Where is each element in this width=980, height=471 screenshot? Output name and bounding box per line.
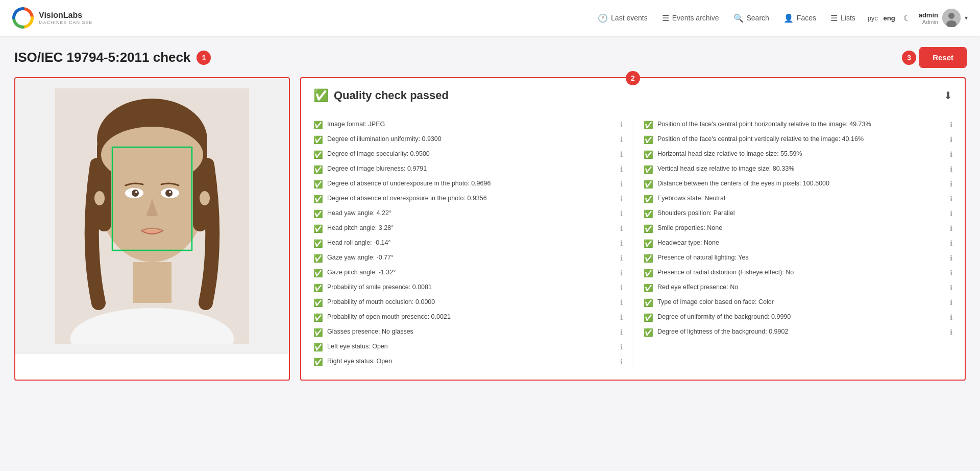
metric-info-icon[interactable]: ℹ [950, 209, 952, 218]
metric-row: ✅ Position of the face's central point h… [644, 117, 952, 132]
metric-info-icon[interactable]: ℹ [620, 150, 623, 158]
metric-check-icon: ✅ [313, 195, 323, 204]
metric-check-icon: ✅ [313, 269, 323, 278]
metric-info-icon[interactable]: ℹ [620, 269, 623, 277]
metric-check-icon: ✅ [644, 313, 653, 322]
metric-info-icon[interactable]: ℹ [950, 121, 952, 129]
metric-item: ✅ Degree of absence of overexposure in t… [313, 194, 616, 204]
face-image-container [15, 78, 289, 354]
metric-info-icon[interactable]: ℹ [950, 239, 952, 247]
metric-row: ✅ Left eye status: Open ℹ [313, 340, 623, 355]
svg-point-14 [135, 191, 137, 193]
metric-item: ✅ Probability of mouth occlusion: 0.0000 [313, 298, 616, 308]
metric-info-icon[interactable]: ℹ [950, 328, 952, 336]
metric-row: ✅ Red eye effect presence: No ℹ [644, 280, 952, 295]
nav-last-events[interactable]: 🕐 Last events [598, 13, 648, 23]
metric-check-icon: ✅ [644, 165, 653, 174]
metric-text: Head roll angle: -0.14° [327, 239, 391, 248]
metric-info-icon[interactable]: ℹ [620, 254, 623, 262]
metric-info-icon[interactable]: ℹ [620, 284, 623, 292]
image-panel: Number of detected faces: 1 [14, 77, 290, 381]
metric-row: ✅ Degree of absence of underexposure in … [313, 177, 623, 192]
metric-info-icon[interactable]: ℹ [950, 298, 952, 307]
metric-item: ✅ Presence of radial distortion (Fisheye… [644, 268, 946, 278]
metric-check-icon: ✅ [313, 284, 323, 293]
metric-info-icon[interactable]: ℹ [620, 180, 623, 188]
metric-info-icon[interactable]: ℹ [620, 209, 623, 218]
quality-panel: 2 ✅ Quality check passed ⬇ ✅ Image forma… [300, 77, 966, 381]
metric-info-icon[interactable]: ℹ [620, 224, 623, 232]
metric-item: ✅ Head pitch angle: 3.28° [313, 224, 616, 233]
metric-check-icon: ✅ [644, 269, 653, 278]
metric-item: ✅ Image format: JPEG [313, 120, 616, 130]
metric-info-icon[interactable]: ℹ [950, 195, 952, 203]
metric-info-icon[interactable]: ℹ [950, 284, 952, 292]
page-content: ISO/IEC 19794-5:2011 check 1 3 Reset Num… [0, 36, 980, 393]
metric-row: ✅ Vertical head size relative to image s… [644, 162, 952, 177]
metric-info-icon[interactable]: ℹ [950, 165, 952, 173]
metric-row: ✅ Degree of image specularity: 0.9500 ℹ [313, 147, 623, 162]
metric-text: Vertical head size relative to image siz… [657, 164, 794, 174]
metric-item: ✅ Shoulders position: Parallel [644, 209, 946, 219]
metric-item: ✅ Probability of smile presence: 0.0081 [313, 283, 616, 293]
nav-faces[interactable]: 👤 Faces [783, 13, 816, 23]
metric-row: ✅ Presence of radial distortion (Fisheye… [644, 266, 952, 280]
nav-lists[interactable]: ☰ Lists [830, 13, 855, 23]
nav-search[interactable]: 🔍 Search [733, 13, 769, 23]
metric-row: ✅ Glasses presence: No glasses ℹ [313, 325, 623, 340]
metric-info-icon[interactable]: ℹ [620, 298, 623, 307]
metric-check-icon: ✅ [644, 121, 653, 130]
metric-check-icon: ✅ [644, 180, 653, 189]
metric-item: ✅ Right eye status: Open [313, 357, 616, 367]
metric-text: Red eye effect presence: No [657, 283, 738, 292]
logo-subtitle: MACHINES CAN SEE [39, 20, 93, 25]
reset-button[interactable]: Reset [920, 48, 966, 67]
metrics-grid: ✅ Image format: JPEG ℹ ✅ Degree of illum… [313, 117, 952, 369]
metric-check-icon: ✅ [644, 135, 653, 145]
metric-text: Image format: JPEG [327, 120, 385, 129]
metric-check-icon: ✅ [644, 195, 653, 204]
lang-rus[interactable]: рус [868, 14, 878, 22]
metric-check-icon: ✅ [313, 180, 323, 189]
nav-events-archive[interactable]: ☰ Events archive [662, 13, 719, 23]
metric-text: Gaze pitch angle: -1.32° [327, 268, 396, 277]
user-menu[interactable]: admin Admin ▾ [919, 9, 968, 27]
language-switcher[interactable]: рус eng [868, 14, 895, 22]
metric-check-icon: ✅ [313, 165, 323, 174]
metric-row: ✅ Head pitch angle: 3.28° ℹ [313, 221, 623, 236]
metrics-col-right: ✅ Position of the face's central point h… [633, 117, 952, 369]
metric-check-icon: ✅ [313, 328, 323, 337]
search-icon: 🔍 [733, 13, 744, 23]
metric-info-icon[interactable]: ℹ [950, 254, 952, 262]
metric-info-icon[interactable]: ℹ [950, 269, 952, 277]
metric-info-icon[interactable]: ℹ [950, 180, 952, 188]
metric-info-icon[interactable]: ℹ [950, 313, 952, 321]
theme-toggle-icon[interactable]: ☾ [903, 13, 911, 23]
metric-row: ✅ Presence of natural lighting: Yes ℹ [644, 251, 952, 266]
download-icon[interactable]: ⬇ [944, 89, 952, 102]
metric-info-icon[interactable]: ℹ [950, 224, 952, 232]
svg-point-2 [948, 13, 954, 19]
lang-eng[interactable]: eng [884, 14, 895, 22]
metric-info-icon[interactable]: ℹ [620, 239, 623, 247]
metric-row: ✅ Head roll angle: -0.14° ℹ [313, 236, 623, 251]
metric-info-icon[interactable]: ℹ [620, 165, 623, 173]
metric-info-icon[interactable]: ℹ [620, 195, 623, 203]
metric-info-icon[interactable]: ℹ [620, 328, 623, 336]
metric-text: Head yaw angle: 4.22° [327, 209, 391, 218]
metric-info-icon[interactable]: ℹ [620, 358, 623, 366]
metric-row: ✅ Degree of uniformity of the background… [644, 310, 952, 325]
metric-check-icon: ✅ [313, 150, 323, 159]
metric-item: ✅ Glasses presence: No glasses [313, 327, 616, 337]
metric-info-icon[interactable]: ℹ [620, 343, 623, 351]
metric-info-icon[interactable]: ℹ [620, 135, 623, 144]
metric-item: ✅ Position of the face's central point v… [644, 135, 946, 145]
metric-info-icon[interactable]: ℹ [620, 121, 623, 129]
svg-point-19 [200, 191, 210, 205]
page-title: ISO/IEC 19794-5:2011 check [14, 50, 190, 65]
metric-row: ✅ Probability of smile presence: 0.0081 … [313, 280, 623, 295]
quality-title-text: Quality check passed [334, 89, 449, 102]
metric-info-icon[interactable]: ℹ [950, 150, 952, 158]
metric-info-icon[interactable]: ℹ [620, 313, 623, 321]
metric-info-icon[interactable]: ℹ [950, 135, 952, 144]
